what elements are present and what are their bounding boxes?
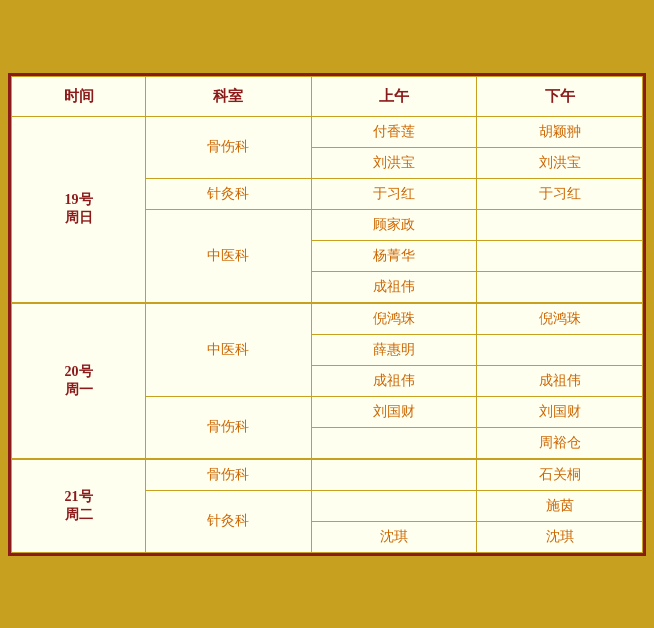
header-row: 时间 科室 上午 下午 [12, 76, 643, 116]
pm-cell: 刘国财 [477, 396, 643, 427]
table-row: 20号 周一中医科倪鸿珠倪鸿珠 [12, 303, 643, 335]
pm-cell [477, 209, 643, 240]
am-cell: 倪鸿珠 [311, 303, 477, 335]
outer-border: 时间 科室 上午 下午 19号 周日骨伤科付香莲胡颖翀刘洪宝刘洪宝针灸科于习红于… [0, 65, 654, 564]
pm-cell: 倪鸿珠 [477, 303, 643, 335]
pm-cell [477, 334, 643, 365]
col-header-dept: 科室 [146, 76, 312, 116]
dept-cell: 骨伤科 [146, 459, 312, 491]
dept-cell: 针灸科 [146, 490, 312, 552]
am-cell: 成祖伟 [311, 365, 477, 396]
pm-cell [477, 240, 643, 271]
pm-cell: 于习红 [477, 178, 643, 209]
pm-cell: 施茵 [477, 490, 643, 521]
dept-cell: 骨伤科 [146, 396, 312, 459]
dept-cell: 针灸科 [146, 178, 312, 209]
date-cell: 20号 周一 [12, 303, 146, 459]
pm-cell: 沈琪 [477, 521, 643, 552]
am-cell: 顾家政 [311, 209, 477, 240]
table-row: 19号 周日骨伤科付香莲胡颖翀 [12, 116, 643, 147]
pm-cell: 胡颖翀 [477, 116, 643, 147]
col-header-time: 时间 [12, 76, 146, 116]
dept-cell: 骨伤科 [146, 116, 312, 178]
am-cell: 刘洪宝 [311, 147, 477, 178]
am-cell: 刘国财 [311, 396, 477, 427]
am-cell [311, 459, 477, 491]
schedule-table: 时间 科室 上午 下午 19号 周日骨伤科付香莲胡颖翀刘洪宝刘洪宝针灸科于习红于… [11, 76, 643, 553]
am-cell: 薛惠明 [311, 334, 477, 365]
pm-cell: 周裕仓 [477, 427, 643, 459]
am-cell: 付香莲 [311, 116, 477, 147]
dept-cell: 中医科 [146, 303, 312, 397]
am-cell: 成祖伟 [311, 271, 477, 303]
pm-cell: 成祖伟 [477, 365, 643, 396]
date-cell: 21号 周二 [12, 459, 146, 553]
am-cell [311, 427, 477, 459]
am-cell: 于习红 [311, 178, 477, 209]
am-cell [311, 490, 477, 521]
am-cell: 杨菁华 [311, 240, 477, 271]
am-cell: 沈琪 [311, 521, 477, 552]
pm-cell: 刘洪宝 [477, 147, 643, 178]
dept-cell: 中医科 [146, 209, 312, 303]
pm-cell [477, 271, 643, 303]
date-cell: 19号 周日 [12, 116, 146, 303]
col-header-pm: 下午 [477, 76, 643, 116]
inner-container: 时间 科室 上午 下午 19号 周日骨伤科付香莲胡颖翀刘洪宝刘洪宝针灸科于习红于… [8, 73, 646, 556]
pm-cell: 石关桐 [477, 459, 643, 491]
table-row: 21号 周二骨伤科石关桐 [12, 459, 643, 491]
col-header-am: 上午 [311, 76, 477, 116]
